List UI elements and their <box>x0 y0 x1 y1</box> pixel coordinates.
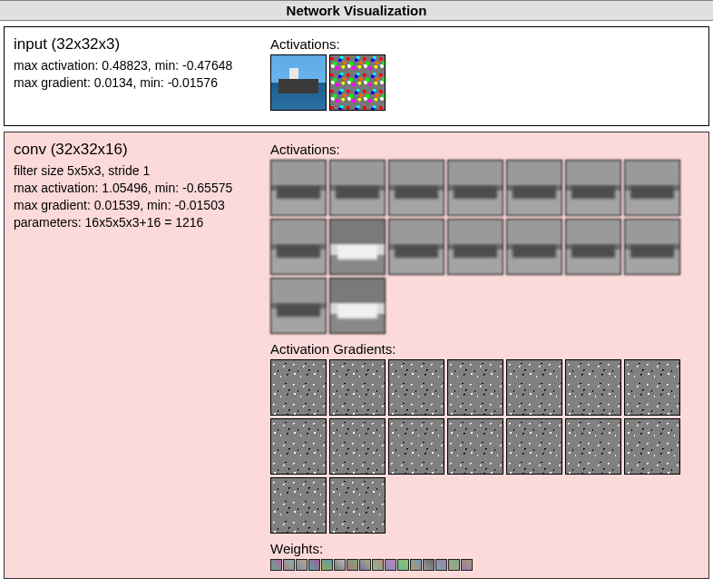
activation-thumb[interactable] <box>270 219 327 275</box>
activation-thumb[interactable] <box>447 219 503 275</box>
weight-thumb[interactable] <box>423 559 435 571</box>
page-title: Network Visualization <box>287 3 427 18</box>
gradient-thumb[interactable] <box>565 418 621 475</box>
layer-panel-conv: conv (32x32x16) filter size 5x5x3, strid… <box>4 132 709 579</box>
gradient-thumb[interactable] <box>329 477 386 534</box>
activation-thumb[interactable] <box>388 160 444 216</box>
gradient-thumb[interactable] <box>329 359 386 416</box>
layer-heading-conv: conv (32x32x16) <box>14 140 263 161</box>
activation-thumb[interactable] <box>506 160 562 216</box>
layer-stat: max gradient: 0.01539, min: -0.01503 <box>14 197 263 214</box>
layer-stat: filter size 5x5x3, stride 1 <box>14 162 263 180</box>
activation-thumb[interactable] <box>329 160 386 216</box>
weight-thumb[interactable] <box>296 559 308 571</box>
layer-stat: max activation: 1.05496, min: -0.65575 <box>14 180 263 197</box>
activation-thumb[interactable] <box>388 219 444 275</box>
gradients-label: Activation Gradients: <box>270 341 701 357</box>
input-activations <box>270 54 701 111</box>
layer-vis-input: Activations: <box>270 34 701 118</box>
weight-thumb[interactable] <box>435 559 447 571</box>
activation-thumb[interactable] <box>506 219 562 275</box>
activation-thumb[interactable] <box>329 54 386 111</box>
title-bar: Network Visualization <box>0 0 713 21</box>
activations-label: Activations: <box>270 36 701 52</box>
layer-heading-input: input (32x32x3) <box>14 34 263 55</box>
weight-thumb[interactable] <box>397 559 409 571</box>
gradient-thumb[interactable] <box>270 418 327 475</box>
activation-thumb[interactable] <box>565 219 621 275</box>
weight-thumb[interactable] <box>448 559 460 571</box>
activation-thumb[interactable] <box>565 160 621 216</box>
activation-thumb[interactable] <box>270 278 327 334</box>
activation-thumb[interactable] <box>270 54 327 111</box>
gradient-thumb[interactable] <box>388 359 444 416</box>
gradient-thumb[interactable] <box>565 359 621 416</box>
weight-thumb[interactable] <box>461 559 473 571</box>
gradient-thumb[interactable] <box>624 418 680 475</box>
weight-thumb[interactable] <box>283 559 295 571</box>
weight-thumb[interactable] <box>372 559 384 571</box>
conv-activations <box>270 160 701 334</box>
activation-thumb[interactable] <box>447 160 503 216</box>
weight-thumb[interactable] <box>308 559 320 571</box>
layer-vis-conv: Activations: Activation Gradients: <box>270 140 701 571</box>
layer-info-input: input (32x32x3) max activation: 0.48823,… <box>14 34 263 92</box>
gradient-thumb[interactable] <box>447 418 503 475</box>
layer-info-conv: conv (32x32x16) filter size 5x5x3, strid… <box>14 140 263 231</box>
gradient-thumb[interactable] <box>624 359 680 416</box>
weight-thumb[interactable] <box>385 559 396 571</box>
weights-label: Weights: <box>270 541 701 556</box>
gradient-thumb[interactable] <box>506 418 562 475</box>
conv-weights <box>270 559 701 571</box>
weight-thumb[interactable] <box>270 559 282 571</box>
weight-thumb[interactable] <box>359 559 371 571</box>
gradient-thumb[interactable] <box>506 359 562 416</box>
activation-thumb[interactable] <box>624 160 680 216</box>
gradient-thumb[interactable] <box>329 418 386 475</box>
gradient-thumb[interactable] <box>447 359 503 416</box>
gradient-thumb[interactable] <box>270 477 327 534</box>
activation-thumb[interactable] <box>624 219 680 275</box>
activation-thumb[interactable] <box>270 160 327 216</box>
layer-stat: max activation: 0.48823, min: -0.47648 <box>14 57 263 74</box>
activation-thumb[interactable] <box>329 219 386 275</box>
layer-stat: parameters: 16x5x5x3+16 = 1216 <box>14 214 263 231</box>
layer-stat: max gradient: 0.0134, min: -0.01576 <box>14 74 263 92</box>
activations-label: Activations: <box>270 142 701 157</box>
activation-thumb[interactable] <box>329 278 386 334</box>
gradient-thumb[interactable] <box>270 359 327 416</box>
gradient-thumb[interactable] <box>388 418 444 475</box>
weight-thumb[interactable] <box>410 559 422 571</box>
weight-thumb[interactable] <box>347 559 358 571</box>
conv-gradients <box>270 359 701 534</box>
weight-thumb[interactable] <box>321 559 333 571</box>
weight-thumb[interactable] <box>334 559 346 571</box>
layer-panel-input: input (32x32x3) max activation: 0.48823,… <box>4 26 709 126</box>
